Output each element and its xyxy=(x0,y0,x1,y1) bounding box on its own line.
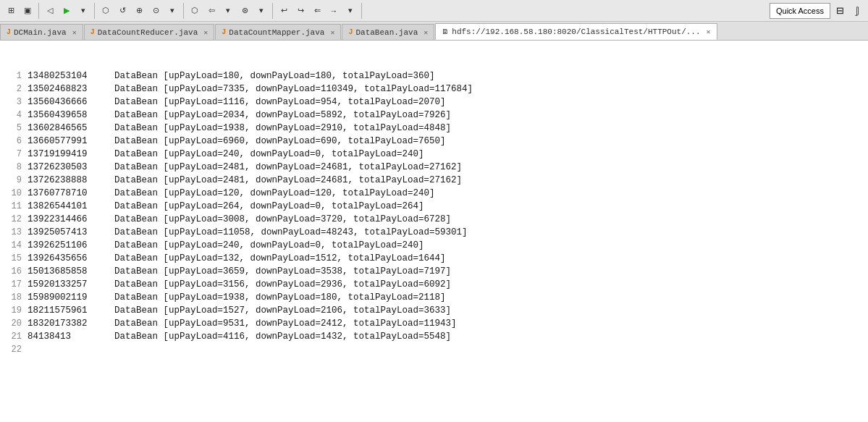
toolbar-group-1: ⊞ ▣ xyxy=(3,3,39,19)
toolbar-btn-grid[interactable]: ⊞ xyxy=(3,3,19,19)
tab-databean-close[interactable]: ✕ xyxy=(424,28,428,37)
line-number: 17 xyxy=(6,278,22,291)
tab-datacountmapper-label: DataCountMapper.java xyxy=(229,28,324,37)
tab-databean[interactable]: J DataBean.java ✕ xyxy=(342,24,434,40)
line-content: 15989002119 DataBean [upPayLoad=1938, do… xyxy=(28,291,446,304)
table-row: 413560439658 DataBean [upPayLoad=2034, d… xyxy=(0,109,868,122)
line-number: 6 xyxy=(6,135,22,148)
line-content: 13922314466 DataBean [upPayLoad=3008, do… xyxy=(28,213,451,226)
toolbar-btn-run[interactable]: ▶ xyxy=(59,3,75,19)
line-number: 10 xyxy=(6,187,22,200)
code-editor[interactable]: 113480253104 DataBean [upPayLoad=180, do… xyxy=(0,41,868,422)
table-row: 1213922314466 DataBean [upPayLoad=3008, … xyxy=(0,213,868,226)
tab-bar: J DCMain.java ✕ J DataCountReducer.java … xyxy=(0,22,868,41)
line-content: 13560436666 DataBean [upPayLoad=1116, do… xyxy=(28,96,446,109)
toolbar-btn-plus[interactable]: ⊕ xyxy=(131,3,147,19)
line-number: 14 xyxy=(6,239,22,252)
line-number: 5 xyxy=(6,122,22,135)
toolbar-group-4: ⬡ ⇦ ▾ ⊛ ▾ xyxy=(187,3,273,19)
tab-datacountmapper[interactable]: J DataCountMapper.java ✕ xyxy=(215,24,341,40)
line-content: 15013685858 DataBean [upPayLoad=3659, do… xyxy=(28,265,451,278)
toolbar-btn-move3[interactable]: ⇐ xyxy=(309,3,325,19)
line-content: 18320173382 DataBean [upPayLoad=9531, do… xyxy=(28,317,457,330)
toolbar-btn-circle[interactable]: ⊙ xyxy=(148,3,164,19)
toolbar-btn-hex[interactable]: ⬡ xyxy=(98,3,114,19)
toolbar-group-2: ◁ ▶ ▾ xyxy=(42,3,95,19)
toolbar-btn-back[interactable]: ◁ xyxy=(42,3,58,19)
line-content: 13760778710 DataBean [upPayLoad=120, dow… xyxy=(28,187,435,200)
line-number: 22 xyxy=(6,343,22,356)
toolbar-btn-move4[interactable]: → xyxy=(326,3,342,19)
tab-reducer-icon: J xyxy=(90,28,95,36)
tab-dcmain[interactable]: J DCMain.java ✕ xyxy=(0,24,83,40)
line-number: 13 xyxy=(6,226,22,239)
toolbar-btn-arr1[interactable]: ⇦ xyxy=(203,3,219,19)
line-content: 13502468823 DataBean [upPayLoad=7335, do… xyxy=(28,83,473,96)
line-content: 13480253104 DataBean [upPayLoad=180, dow… xyxy=(28,69,435,83)
table-row: 313560436666 DataBean [upPayLoad=1116, d… xyxy=(0,96,868,109)
tab-dcmain-label: DCMain.java xyxy=(14,28,67,37)
table-row: 513602846565 DataBean [upPayLoad=1938, d… xyxy=(0,122,868,135)
tab-hdfs-label: hdfs://192.168.58.180:8020/ClassicalTest… xyxy=(452,28,700,36)
table-row: 113480253104 DataBean [upPayLoad=180, do… xyxy=(0,69,868,83)
line-content: 15920133257 DataBean [upPayLoad=3156, do… xyxy=(28,278,451,291)
line-number: 1 xyxy=(6,69,22,83)
table-row: 1513926435656 DataBean [upPayLoad=132, d… xyxy=(0,252,868,265)
toolbar-btn-dl[interactable]: ⬡ xyxy=(187,3,203,19)
table-row: 713719199419 DataBean [upPayLoad=240, do… xyxy=(0,148,868,161)
line-content: 13926251106 DataBean [upPayLoad=240, dow… xyxy=(28,239,424,252)
table-row: 1413926251106 DataBean [upPayLoad=240, d… xyxy=(0,239,868,252)
tab-mapper-close[interactable]: ✕ xyxy=(330,28,334,37)
tab-reducer-close[interactable]: ✕ xyxy=(203,28,208,37)
line-content: 13719199419 DataBean [upPayLoad=240, dow… xyxy=(28,148,424,161)
toolbar-btn-arr3[interactable]: ⊛ xyxy=(237,3,253,19)
line-content: 13726238888 DataBean [upPayLoad=2481, do… xyxy=(28,174,462,187)
toolbar-btn-dd[interactable]: ▾ xyxy=(164,3,180,19)
tab-databean-icon: J xyxy=(348,28,353,36)
table-row: 1615013685858 DataBean [upPayLoad=3659, … xyxy=(0,265,868,278)
line-number: 20 xyxy=(6,317,22,330)
toolbar-btn-dropdown[interactable]: ▾ xyxy=(75,3,91,19)
line-number: 9 xyxy=(6,174,22,187)
line-content: 13726230503 DataBean [upPayLoad=2481, do… xyxy=(28,161,462,174)
table-row: 1313925057413 DataBean [upPayLoad=11058,… xyxy=(0,226,868,239)
toolbar: ⊞ ▣ ◁ ▶ ▾ ⬡ ↺ ⊕ ⊙ ▾ ⬡ ⇦ ▾ ⊛ ▾ ↩ ↪ ⇐ → ▾ … xyxy=(0,0,868,22)
line-content: 13925057413 DataBean [upPayLoad=11058, d… xyxy=(28,226,468,239)
toolbar-btn-arr4[interactable]: ▾ xyxy=(253,3,269,19)
toolbar-btn-move5[interactable]: ▾ xyxy=(342,3,358,19)
line-number: 8 xyxy=(6,161,22,174)
table-row: 813726230503 DataBean [upPayLoad=2481, d… xyxy=(0,161,868,174)
toolbar-btn-panel[interactable]: ▣ xyxy=(20,3,35,19)
table-row: 22 xyxy=(0,343,868,356)
tab-hdfs[interactable]: 🗎 hdfs://192.168.58.180:8020/ClassicalTe… xyxy=(435,23,717,40)
toolbar-icon-1[interactable]: ⊟ xyxy=(832,3,848,19)
line-content: 13560439658 DataBean [upPayLoad=2034, do… xyxy=(28,109,451,122)
tab-datacountreducer[interactable]: J DataCountReducer.java ✕ xyxy=(84,24,215,40)
line-number: 7 xyxy=(6,148,22,161)
line-number: 16 xyxy=(6,265,22,278)
quick-access-button[interactable]: Quick Access xyxy=(770,3,830,19)
tab-hdfs-close[interactable]: ✕ xyxy=(707,28,711,36)
table-row: 213502468823 DataBean [upPayLoad=7335, d… xyxy=(0,83,868,96)
table-row: 1715920133257 DataBean [upPayLoad=3156, … xyxy=(0,278,868,291)
table-row: 2184138413 DataBean [upPayLoad=4116, dow… xyxy=(0,330,868,343)
line-content: 84138413 DataBean [upPayLoad=4116, downP… xyxy=(28,330,451,343)
line-number: 18 xyxy=(6,291,22,304)
toolbar-btn-move2[interactable]: ↪ xyxy=(292,3,308,19)
line-number: 15 xyxy=(6,252,22,265)
toolbar-btn-refresh[interactable]: ↺ xyxy=(114,3,130,19)
table-row: 1113826544101 DataBean [upPayLoad=264, d… xyxy=(0,200,868,213)
tab-hdfs-icon: 🗎 xyxy=(442,28,449,36)
line-number: 19 xyxy=(6,304,22,317)
tab-dcmain-close[interactable]: ✕ xyxy=(72,28,77,37)
table-row: 1815989002119 DataBean [upPayLoad=1938, … xyxy=(0,291,868,304)
table-row: 613660577991 DataBean [upPayLoad=6960, d… xyxy=(0,135,868,148)
toolbar-btn-move1[interactable]: ↩ xyxy=(276,3,292,19)
toolbar-btn-arr2[interactable]: ▾ xyxy=(220,3,236,19)
toolbar-group-3: ⬡ ↺ ⊕ ⊙ ▾ xyxy=(98,3,184,19)
line-content: 13602846565 DataBean [upPayLoad=1938, do… xyxy=(28,122,451,135)
toolbar-group-5: ↩ ↪ ⇐ → ▾ xyxy=(276,3,362,19)
table-row: 1918211575961 DataBean [upPayLoad=1527, … xyxy=(0,304,868,317)
toolbar-icon-2[interactable]: 𝕁 xyxy=(849,3,865,19)
tab-mapper-icon: J xyxy=(222,28,226,36)
